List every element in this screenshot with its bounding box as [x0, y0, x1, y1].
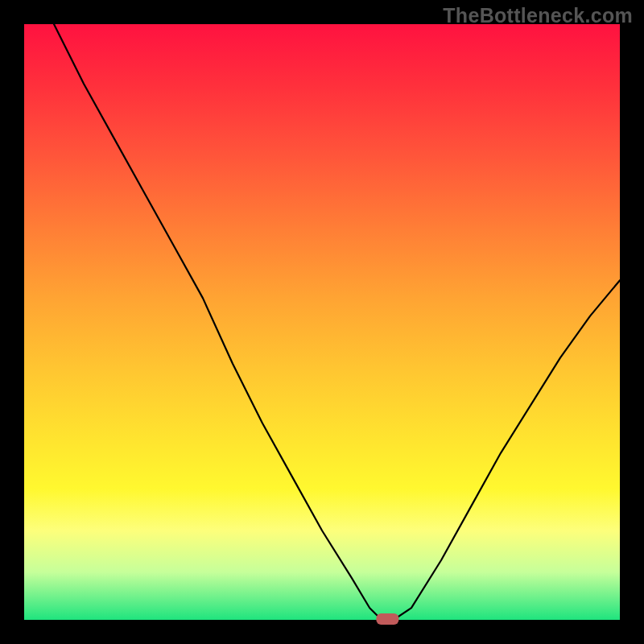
- chart-frame: TheBottleneck.com: [0, 0, 644, 644]
- min-marker: [376, 613, 398, 625]
- bottleneck-curve: [54, 24, 620, 620]
- plot-area: [24, 24, 620, 620]
- watermark-text: TheBottleneck.com: [443, 4, 633, 27]
- plot-svg: [24, 24, 620, 620]
